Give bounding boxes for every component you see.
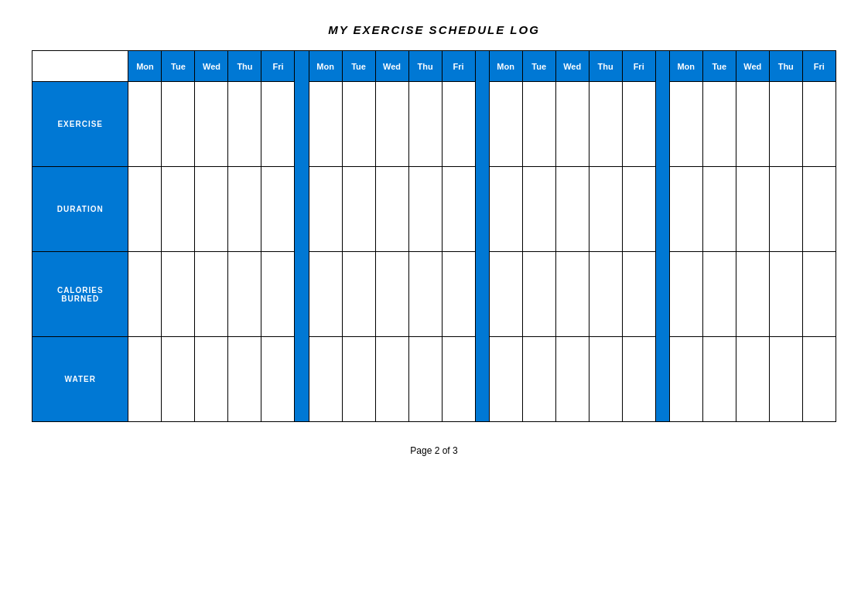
water-cell[interactable] — [342, 337, 375, 422]
water-cell[interactable] — [309, 337, 342, 422]
calories-cell[interactable] — [589, 252, 622, 337]
duration-cell[interactable] — [375, 167, 408, 252]
header-label-cell — [32, 51, 128, 82]
water-cell[interactable] — [375, 337, 408, 422]
exercise-cell[interactable] — [522, 82, 555, 167]
water-cell[interactable] — [228, 337, 261, 422]
separator — [295, 252, 309, 337]
separator — [655, 167, 669, 252]
exercise-cell[interactable] — [128, 82, 162, 167]
duration-cell[interactable] — [489, 167, 522, 252]
exercise-cell[interactable] — [669, 82, 702, 167]
exercise-cell[interactable] — [228, 82, 261, 167]
water-cell[interactable] — [589, 337, 622, 422]
header-thu-3: Thu — [589, 51, 622, 82]
calories-cell[interactable] — [342, 252, 375, 337]
water-cell[interactable] — [522, 337, 555, 422]
header-wed-2: Wed — [375, 51, 408, 82]
exercise-cell[interactable] — [769, 82, 802, 167]
duration-cell[interactable] — [589, 167, 622, 252]
calories-cell[interactable] — [802, 252, 836, 337]
calories-cell[interactable] — [669, 252, 702, 337]
water-cell[interactable] — [802, 337, 836, 422]
calories-cell[interactable] — [736, 252, 769, 337]
calories-cell[interactable] — [309, 252, 342, 337]
page-title: MY EXERCISE SCHEDULE LOG — [328, 23, 540, 36]
duration-cell[interactable] — [408, 167, 442, 252]
exercise-cell[interactable] — [342, 82, 375, 167]
calories-cell[interactable] — [555, 252, 589, 337]
water-cell[interactable] — [555, 337, 589, 422]
calories-cell[interactable] — [261, 252, 295, 337]
separator-3 — [655, 51, 669, 82]
water-cell[interactable] — [128, 337, 162, 422]
duration-cell[interactable] — [261, 167, 295, 252]
calories-cell[interactable] — [162, 252, 195, 337]
calories-cell[interactable] — [489, 252, 522, 337]
exercise-row: EXERCISE — [32, 82, 836, 167]
calories-cell[interactable] — [408, 252, 442, 337]
duration-cell[interactable] — [342, 167, 375, 252]
water-cell[interactable] — [261, 337, 295, 422]
calories-cell[interactable] — [375, 252, 408, 337]
duration-cell[interactable] — [702, 167, 736, 252]
water-cell[interactable] — [162, 337, 195, 422]
exercise-cell[interactable] — [555, 82, 589, 167]
water-cell[interactable] — [408, 337, 442, 422]
separator-2 — [475, 51, 489, 82]
water-cell[interactable] — [489, 337, 522, 422]
calories-cell[interactable] — [702, 252, 736, 337]
duration-cell[interactable] — [555, 167, 589, 252]
calories-cell[interactable] — [769, 252, 802, 337]
duration-cell[interactable] — [128, 167, 162, 252]
exercise-cell[interactable] — [309, 82, 342, 167]
header-thu-2: Thu — [408, 51, 442, 82]
exercise-cell[interactable] — [162, 82, 195, 167]
water-cell[interactable] — [442, 337, 475, 422]
calories-cell[interactable] — [622, 252, 655, 337]
calories-cell[interactable] — [522, 252, 555, 337]
duration-cell[interactable] — [802, 167, 836, 252]
exercise-cell[interactable] — [736, 82, 769, 167]
exercise-cell[interactable] — [589, 82, 622, 167]
duration-cell[interactable] — [669, 167, 702, 252]
header-tue-1: Tue — [162, 51, 195, 82]
duration-cell[interactable] — [736, 167, 769, 252]
header-mon-4: Mon — [669, 51, 702, 82]
calories-cell[interactable] — [128, 252, 162, 337]
calories-cell[interactable] — [228, 252, 261, 337]
exercise-cell[interactable] — [408, 82, 442, 167]
calories-cell[interactable] — [195, 252, 228, 337]
exercise-cell[interactable] — [622, 82, 655, 167]
duration-cell[interactable] — [622, 167, 655, 252]
duration-cell[interactable] — [195, 167, 228, 252]
exercise-cell[interactable] — [702, 82, 736, 167]
water-cell[interactable] — [195, 337, 228, 422]
header-wed-3: Wed — [555, 51, 589, 82]
duration-row: DURATION — [32, 167, 836, 252]
exercise-cell[interactable] — [195, 82, 228, 167]
exercise-cell[interactable] — [802, 82, 836, 167]
duration-label: DURATION — [32, 167, 128, 252]
water-cell[interactable] — [736, 337, 769, 422]
duration-cell[interactable] — [309, 167, 342, 252]
calories-cell[interactable] — [442, 252, 475, 337]
header-tue-2: Tue — [342, 51, 375, 82]
duration-cell[interactable] — [442, 167, 475, 252]
header-fri-4: Fri — [802, 51, 836, 82]
duration-cell[interactable] — [228, 167, 261, 252]
exercise-cell[interactable] — [489, 82, 522, 167]
separator — [655, 337, 669, 422]
water-cell[interactable] — [702, 337, 736, 422]
duration-cell[interactable] — [162, 167, 195, 252]
duration-cell[interactable] — [522, 167, 555, 252]
water-cell[interactable] — [622, 337, 655, 422]
water-cell[interactable] — [669, 337, 702, 422]
exercise-cell[interactable] — [261, 82, 295, 167]
calories-row: CALORIES BURNED — [32, 252, 836, 337]
header-mon-3: Mon — [489, 51, 522, 82]
duration-cell[interactable] — [769, 167, 802, 252]
exercise-cell[interactable] — [442, 82, 475, 167]
exercise-cell[interactable] — [375, 82, 408, 167]
water-cell[interactable] — [769, 337, 802, 422]
